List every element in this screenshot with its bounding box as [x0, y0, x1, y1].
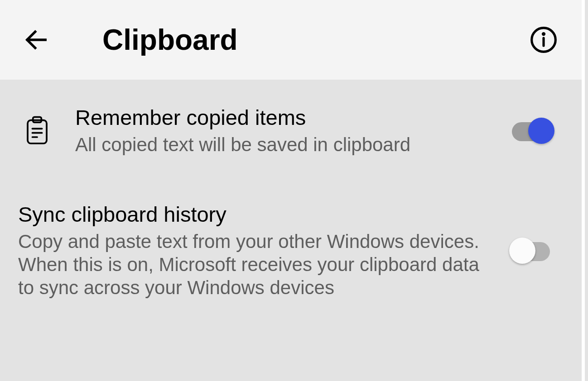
setting-description: All copied text will be saved in clipboa…	[75, 133, 491, 156]
svg-rect-4	[28, 120, 47, 143]
clipboard-icon	[24, 113, 51, 149]
info-button[interactable]	[527, 24, 560, 56]
setting-text: Sync clipboard history Copy and paste te…	[18, 202, 509, 300]
back-button[interactable]	[20, 24, 53, 56]
setting-sync-clipboard-history[interactable]: Sync clipboard history Copy and paste te…	[0, 202, 582, 300]
header-bar: Clipboard	[0, 0, 582, 80]
arrow-left-icon	[24, 28, 48, 52]
setting-description: Copy and paste text from your other Wind…	[18, 230, 491, 300]
info-icon	[530, 26, 558, 54]
setting-text: Remember copied items All copied text wi…	[75, 105, 509, 157]
sync-toggle[interactable]	[509, 238, 554, 264]
clipboard-settings-page: Clipboard Remember copied ite	[0, 0, 585, 381]
setting-remember-copied-items[interactable]: Remember copied items All copied text wi…	[0, 105, 582, 157]
remember-toggle[interactable]	[509, 118, 554, 144]
svg-point-3	[543, 33, 544, 35]
setting-title: Remember copied items	[75, 105, 491, 130]
page-title: Clipboard	[102, 23, 238, 57]
setting-title: Sync clipboard history	[18, 202, 491, 227]
settings-list: Remember copied items All copied text wi…	[0, 80, 582, 300]
